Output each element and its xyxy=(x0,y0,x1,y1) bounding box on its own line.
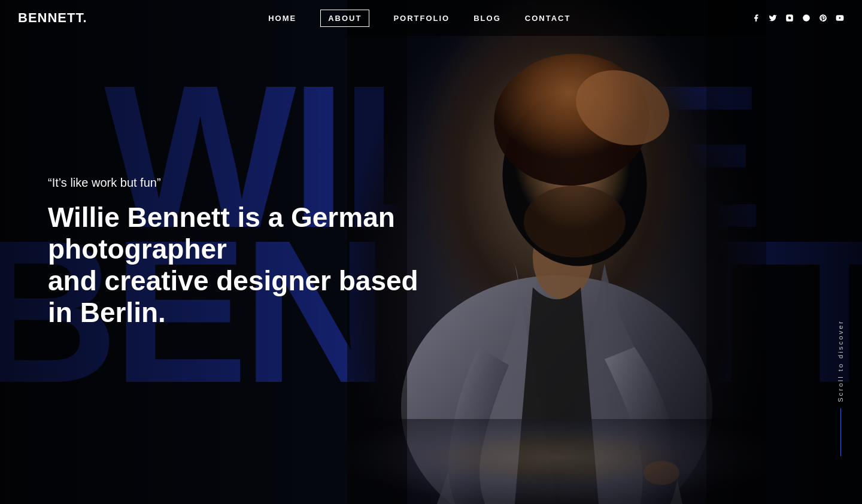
hero-section: WILLIE BENNETT xyxy=(0,0,862,504)
nav-link-portfolio[interactable]: PORTFOLIO xyxy=(393,14,450,23)
site-logo[interactable]: BENNETT. xyxy=(18,10,87,26)
scroll-label: Scroll to discover xyxy=(837,320,844,402)
nav-item-portfolio[interactable]: PORTFOLIO xyxy=(393,13,450,23)
hero-content: “It’s like work but fun” Willie Bennett … xyxy=(48,176,437,329)
nav-item-about[interactable]: ABOUT xyxy=(320,13,369,23)
svg-rect-7 xyxy=(347,419,766,504)
twitter-icon[interactable] xyxy=(769,14,777,22)
svg-point-5 xyxy=(524,186,626,257)
facebook-icon[interactable] xyxy=(752,14,760,22)
svg-rect-9 xyxy=(706,0,766,504)
nav-link-blog[interactable]: BLOG xyxy=(474,14,501,23)
nav-link-contact[interactable]: CONTACT xyxy=(525,14,571,23)
pinterest-icon[interactable] xyxy=(819,14,827,22)
instagram-icon[interactable] xyxy=(785,14,794,22)
nav-links: HOME ABOUT PORTFOLIO BLOG CONTACT xyxy=(268,13,570,23)
social-icons xyxy=(752,14,844,22)
hero-heading-line1: Willie Bennett is a German photographer xyxy=(48,202,395,265)
nav-item-contact[interactable]: CONTACT xyxy=(525,13,571,23)
scroll-indicator: Scroll to discover xyxy=(837,320,844,456)
hero-quote: “It’s like work but fun” xyxy=(48,176,437,190)
nav-item-home[interactable]: HOME xyxy=(268,13,296,23)
scroll-line xyxy=(840,408,841,456)
nav-link-home[interactable]: HOME xyxy=(268,14,296,23)
hero-heading: Willie Bennett is a German photographer … xyxy=(48,202,437,329)
navigation: BENNETT. HOME ABOUT PORTFOLIO BLOG CONTA… xyxy=(0,0,862,36)
nav-link-about[interactable]: ABOUT xyxy=(320,10,369,27)
hero-heading-line2: and creative designer based in Berlin. xyxy=(48,265,418,328)
dribbble-icon[interactable] xyxy=(802,14,811,22)
youtube-icon[interactable] xyxy=(836,14,844,22)
nav-item-blog[interactable]: BLOG xyxy=(474,13,501,23)
